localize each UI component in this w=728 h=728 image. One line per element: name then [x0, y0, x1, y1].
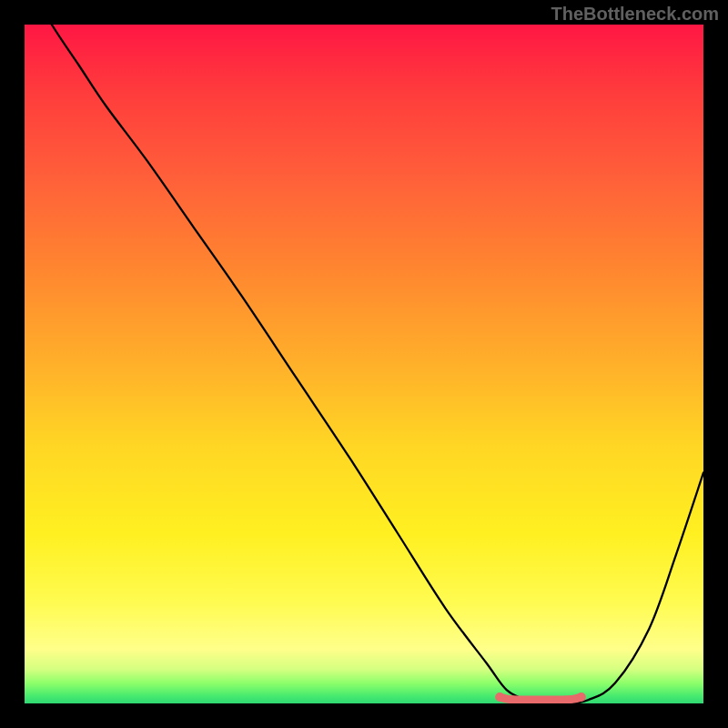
svg-point-1 [577, 693, 586, 702]
plot-area [25, 25, 703, 703]
watermark-text: TheBottleneck.com [551, 4, 719, 25]
svg-point-2 [554, 697, 561, 703]
chart-container: TheBottleneck.com [0, 0, 728, 728]
svg-point-0 [495, 693, 504, 702]
bottleneck-curve [25, 25, 703, 703]
